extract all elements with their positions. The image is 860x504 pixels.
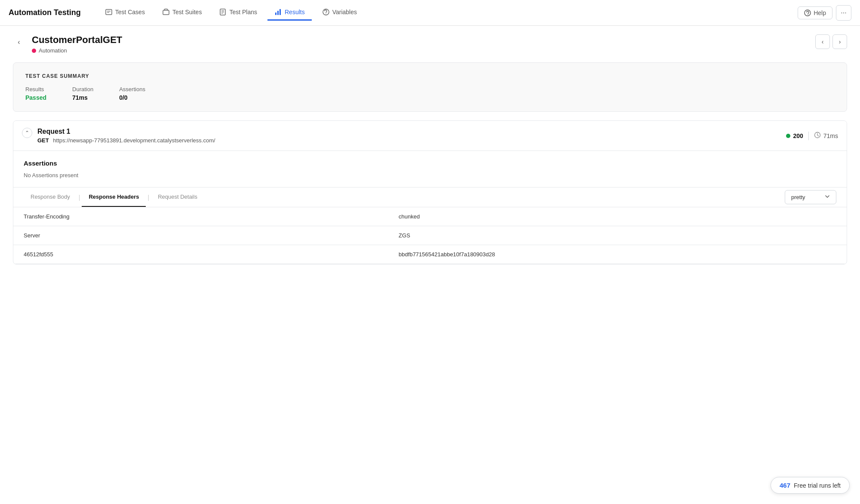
nav-items: Test Cases Test Suites Tes (98, 5, 798, 21)
page-header: ‹ CustomerPortalGET Automation ‹ › (13, 34, 847, 54)
summary-assertions: Assertions 0/0 (119, 86, 145, 101)
header-value: chunked (388, 207, 847, 226)
svg-rect-3 (163, 10, 169, 15)
svg-point-14 (808, 14, 808, 15)
page-header-left: ‹ CustomerPortalGET Automation (13, 34, 122, 54)
next-button[interactable]: › (832, 34, 847, 49)
help-label: Help (814, 9, 826, 16)
summary-title: TEST CASE SUMMARY (25, 73, 835, 79)
subtitle-text: Automation (39, 47, 67, 54)
header-key: Transfer-Encoding (13, 207, 388, 226)
summary-results: Results Passed (25, 86, 46, 101)
collapse-button[interactable]: ⌃ (22, 128, 32, 138)
svg-point-12 (326, 14, 326, 15)
header-key: Server (13, 226, 388, 245)
more-options-button[interactable]: ··· (836, 5, 851, 21)
format-dropdown[interactable]: pretty (785, 190, 836, 204)
results-icon (274, 8, 282, 16)
page-content: ‹ CustomerPortalGET Automation ‹ › TEST … (0, 26, 860, 273)
summary-duration: Duration 71ms (72, 86, 93, 101)
nav-item-variables-label: Variables (332, 9, 357, 15)
svg-rect-10 (280, 9, 281, 15)
request-card: ⌃ Request 1 GET https://newsapp-77951389… (13, 120, 847, 264)
nav-right: Help ··· (798, 5, 851, 21)
top-navigation: Automation Testing Test Cases Test Suit (0, 0, 860, 26)
automation-dot (32, 49, 36, 53)
nav-item-test-plans-label: Test Plans (229, 9, 257, 15)
nav-item-results[interactable]: Results (267, 5, 312, 21)
duration-value: 71ms (72, 94, 93, 101)
header-value: ZGS (388, 226, 847, 245)
nav-item-test-suites-label: Test Suites (172, 9, 202, 15)
tab-sep-2: | (146, 194, 151, 201)
page-subtitle: Automation (32, 47, 122, 54)
svg-rect-0 (106, 9, 112, 15)
response-tabs-bar: Response Body | Response Headers | Reque… (13, 187, 847, 207)
summary-row: Results Passed Duration 71ms Assertions … (25, 86, 835, 101)
request-url: https://newsapp-779513891.development.ca… (53, 137, 215, 144)
duration-badge: 71ms (814, 132, 838, 140)
svg-point-13 (805, 10, 811, 16)
results-value: Passed (25, 94, 46, 101)
request-method: GET (37, 137, 49, 144)
help-button[interactable]: Help (798, 6, 832, 19)
svg-rect-9 (277, 11, 279, 15)
chevron-down-icon (825, 194, 830, 200)
app-title: Automation Testing (9, 8, 81, 17)
tab-sep-1: | (77, 194, 82, 201)
request-name: Request 1 (37, 128, 215, 135)
assertions-label: Assertions (119, 86, 145, 92)
divider (808, 132, 809, 140)
back-button[interactable]: ‹ (13, 36, 25, 48)
request-info: Request 1 GET https://newsapp-779513891.… (37, 128, 215, 144)
assertions-section: Assertions No Assertions present (13, 151, 847, 187)
page-title: CustomerPortalGET (32, 34, 122, 46)
request-header-left: ⌃ Request 1 GET https://newsapp-77951389… (22, 128, 215, 144)
response-headers-table: Transfer-Encoding chunked Server ZGS 465… (13, 207, 847, 264)
more-dots: ··· (841, 9, 846, 17)
format-value: pretty (791, 194, 805, 200)
assertions-title: Assertions (24, 160, 836, 167)
test-suites-icon (162, 8, 170, 16)
status-code: 200 (793, 132, 803, 139)
nav-item-test-plans[interactable]: Test Plans (212, 5, 264, 21)
request-header-right: 200 71ms (786, 132, 838, 140)
table-row: Transfer-Encoding chunked (13, 207, 847, 226)
nav-item-test-cases-label: Test Cases (115, 9, 145, 15)
duration-label: Duration (72, 86, 93, 92)
page-title-block: CustomerPortalGET Automation (32, 34, 122, 54)
prev-button[interactable]: ‹ (815, 34, 830, 49)
clock-icon (814, 132, 821, 140)
test-plans-icon (219, 8, 227, 16)
assertions-value: 0/0 (119, 94, 145, 101)
request-header: ⌃ Request 1 GET https://newsapp-77951389… (13, 121, 847, 151)
tab-response-body[interactable]: Response Body (24, 187, 77, 207)
request-duration: 71ms (823, 132, 838, 139)
test-cases-icon (105, 8, 113, 16)
no-assertions-text: No Assertions present (24, 172, 836, 178)
status-badge: 200 (786, 132, 803, 139)
tab-request-details[interactable]: Request Details (151, 187, 204, 207)
nav-item-test-suites[interactable]: Test Suites (155, 5, 209, 21)
nav-item-results-label: Results (285, 9, 305, 15)
header-value: bbdfb771565421abbe10f7a180903d28 (388, 245, 847, 264)
table-row: 46512fd555 bbdfb771565421abbe10f7a180903… (13, 245, 847, 264)
variables-icon (322, 8, 330, 16)
nav-item-variables[interactable]: Variables (315, 5, 364, 21)
results-label: Results (25, 86, 46, 92)
page-header-right: ‹ › (815, 34, 847, 49)
header-key: 46512fd555 (13, 245, 388, 264)
tab-response-headers[interactable]: Response Headers (82, 187, 146, 207)
status-dot (786, 134, 790, 138)
nav-item-test-cases[interactable]: Test Cases (98, 5, 152, 21)
table-row: Server ZGS (13, 226, 847, 245)
request-url-line: GET https://newsapp-779513891.developmen… (37, 137, 215, 144)
svg-rect-8 (275, 12, 276, 15)
summary-card: TEST CASE SUMMARY Results Passed Duratio… (13, 62, 847, 112)
